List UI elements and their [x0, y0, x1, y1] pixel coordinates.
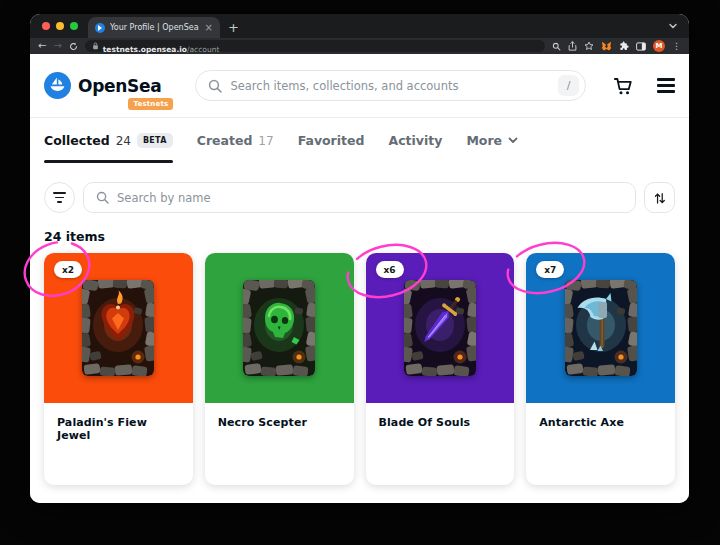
browser-toolbar: ← → testnets.opensea.io/account M ⋮: [30, 38, 689, 54]
filter-button[interactable]: [44, 182, 75, 213]
browser-window: Your Profile | OpenSea × + ← → testnets.…: [30, 14, 689, 503]
tab-label: Collected: [44, 133, 110, 148]
reload-icon[interactable]: [69, 42, 78, 51]
tab-count: 17: [258, 134, 273, 148]
items-count: 24 items: [44, 229, 675, 244]
screenshot-stage: Your Profile | OpenSea × + ← → testnets.…: [0, 0, 720, 545]
nft-card-footer: Paladin's Fiew Jewel: [44, 403, 193, 455]
tab-label: Favorited: [298, 133, 365, 148]
brand-wordmark: OpenSea: [78, 76, 161, 96]
nft-title: Necro Scepter: [218, 416, 341, 429]
nft-card[interactable]: x2: [44, 253, 193, 485]
nft-artwork: [565, 280, 637, 376]
tab-search-chevron-icon[interactable]: [669, 14, 689, 38]
browser-tab[interactable]: Your Profile | OpenSea ×: [88, 17, 220, 38]
profile-tab-more[interactable]: More: [466, 118, 518, 163]
header-actions: [612, 75, 675, 97]
tab-close-icon[interactable]: ×: [205, 23, 213, 33]
profile-tab-collected[interactable]: Collected24BETA: [44, 118, 173, 163]
nft-title: Paladin's Fiew Jewel: [57, 416, 180, 442]
profile-tab-created[interactable]: Created17: [197, 118, 274, 163]
search-shortcut-key: /: [558, 75, 579, 96]
nft-card-art: x7: [526, 253, 675, 403]
nft-card-footer: Blade Of Souls: [366, 403, 515, 442]
tab-count: 24: [116, 134, 131, 148]
nft-card-art: x2: [44, 253, 193, 403]
global-search-bar[interactable]: /: [195, 70, 586, 101]
url-path: /account: [187, 45, 219, 54]
nft-artwork: [243, 280, 315, 376]
opensea-logo: [44, 72, 71, 99]
nft-card-art: [205, 253, 354, 403]
quantity-badge: x7: [536, 261, 564, 278]
opensea-page: OpenSea Testnets / Collecte: [30, 54, 689, 503]
back-icon[interactable]: ←: [38, 41, 46, 51]
collection-search-input[interactable]: [117, 191, 623, 205]
menu-dots-icon[interactable]: ⋮: [672, 41, 681, 51]
hamburger-icon[interactable]: [657, 78, 675, 92]
nft-card-footer: Antarctic Axe: [526, 403, 675, 442]
tab-label: Created: [197, 133, 253, 148]
profile-tabs: Collected24BETACreated17FavoritedActivit…: [30, 118, 689, 163]
metamask-icon[interactable]: [601, 41, 612, 51]
nft-grid: x2: [30, 253, 689, 485]
browser-tab-title: Your Profile | OpenSea: [110, 23, 200, 32]
side-panel-icon[interactable]: [636, 42, 646, 51]
lock-icon: [92, 42, 99, 50]
nft-card[interactable]: x7: [526, 253, 675, 485]
site-header: OpenSea Testnets /: [30, 54, 689, 118]
search-icon[interactable]: [552, 42, 561, 51]
filter-row: [44, 182, 675, 213]
toolbar-icons: M ⋮: [552, 40, 681, 52]
nft-artwork: [404, 280, 476, 376]
sort-arrows-icon: [653, 191, 666, 205]
nft-title: Blade Of Souls: [379, 416, 502, 429]
nft-card-art: x6: [366, 253, 515, 403]
nft-card[interactable]: x6: [366, 253, 515, 485]
share-icon[interactable]: [568, 41, 577, 51]
forward-icon: →: [53, 41, 61, 51]
sort-button[interactable]: [644, 182, 675, 213]
minimize-window-button[interactable]: [56, 22, 64, 30]
quantity-badge: x2: [54, 261, 82, 278]
opensea-favicon: [95, 23, 105, 33]
new-tab-button[interactable]: +: [228, 21, 239, 34]
quantity-badge: x6: [376, 261, 404, 278]
chevron-down-icon: [508, 137, 518, 144]
profile-tab-favorited[interactable]: Favorited: [298, 118, 365, 163]
nft-card[interactable]: Necro Scepter: [205, 253, 354, 485]
bookmark-star-icon[interactable]: [584, 41, 594, 51]
macos-window-controls: [30, 14, 88, 38]
tab-label: More: [466, 133, 502, 148]
tab-label: Activity: [388, 133, 442, 148]
global-search-input[interactable]: [230, 79, 550, 93]
browser-tab-strip: Your Profile | OpenSea × +: [30, 14, 689, 38]
opensea-brand[interactable]: OpenSea Testnets: [44, 72, 161, 99]
search-icon: [208, 79, 222, 93]
profile-tab-activity[interactable]: Activity: [388, 118, 442, 163]
zoom-window-button[interactable]: [70, 22, 78, 30]
beta-badge: BETA: [137, 133, 173, 148]
extensions-puzzle-icon[interactable]: [619, 41, 629, 51]
cart-icon[interactable]: [612, 75, 635, 97]
close-window-button[interactable]: [42, 22, 50, 30]
nft-card-footer: Necro Scepter: [205, 403, 354, 442]
url-host: testnets.opensea.io: [103, 45, 187, 54]
collection-search-bar[interactable]: [83, 182, 636, 213]
url-bar[interactable]: testnets.opensea.io/account: [85, 40, 545, 52]
testnets-badge: Testnets: [128, 98, 173, 110]
nft-title: Antarctic Axe: [539, 416, 662, 429]
profile-avatar[interactable]: M: [653, 40, 665, 52]
filter-lines-icon: [53, 192, 66, 202]
nft-artwork: [82, 280, 154, 376]
search-icon: [96, 191, 109, 204]
